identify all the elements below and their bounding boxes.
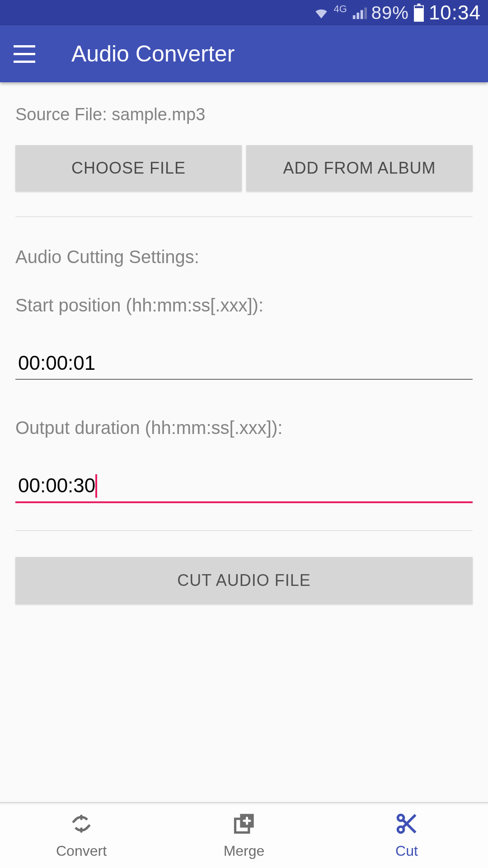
main-content: Source File: sample.mp3 CHOOSE FILE ADD … (0, 82, 488, 604)
status-bar: 4G 89% 10:34 (0, 0, 488, 25)
source-prefix: Source File: (15, 105, 112, 124)
svg-rect-1 (357, 13, 359, 19)
svg-rect-0 (353, 15, 356, 19)
clock: 10:34 (429, 1, 481, 24)
start-position-label: Start position (hh:mm:ss[.xxx]): (15, 295, 473, 316)
cutting-settings-heading: Audio Cutting Settings: (15, 247, 473, 267)
wifi-icon (314, 5, 329, 20)
cut-audio-button[interactable]: CUT AUDIO FILE (15, 557, 473, 604)
divider (15, 530, 473, 531)
nav-convert[interactable]: Convert (0, 803, 163, 868)
convert-icon (70, 812, 93, 839)
svg-point-10 (398, 815, 404, 821)
app-bar: Audio Converter (0, 25, 488, 82)
nav-label: Cut (395, 843, 418, 859)
svg-rect-6 (415, 6, 423, 8)
text-caret (95, 474, 97, 498)
svg-rect-3 (364, 8, 367, 19)
svg-rect-2 (361, 10, 363, 19)
battery-icon (413, 4, 424, 22)
app-title: Audio Converter (71, 41, 235, 67)
nav-cut[interactable]: Cut (325, 803, 488, 868)
add-from-album-button[interactable]: ADD FROM ALBUM (246, 145, 473, 191)
nav-label: Convert (56, 843, 107, 859)
choose-file-button[interactable]: CHOOSE FILE (15, 145, 242, 191)
nav-label: Merge (224, 843, 265, 859)
start-position-input[interactable] (15, 352, 473, 380)
network-type-label: 4G (333, 3, 347, 15)
output-duration-input[interactable] (15, 474, 473, 503)
svg-point-9 (398, 826, 404, 832)
bottom-nav: Convert Merge Cut (0, 802, 488, 868)
source-file-label: Source File: sample.mp3 (15, 105, 473, 124)
nav-merge[interactable]: Merge (163, 803, 325, 868)
merge-icon (232, 812, 256, 839)
divider (15, 217, 473, 217)
output-duration-label: Output duration (hh:mm:ss[.xxx]): (15, 418, 473, 438)
cut-icon (395, 812, 418, 839)
svg-rect-4 (417, 4, 420, 5)
source-filename: sample.mp3 (112, 105, 205, 124)
battery-percent: 89% (371, 3, 409, 23)
menu-icon[interactable] (14, 41, 39, 66)
cell-signal-icon (352, 5, 367, 20)
